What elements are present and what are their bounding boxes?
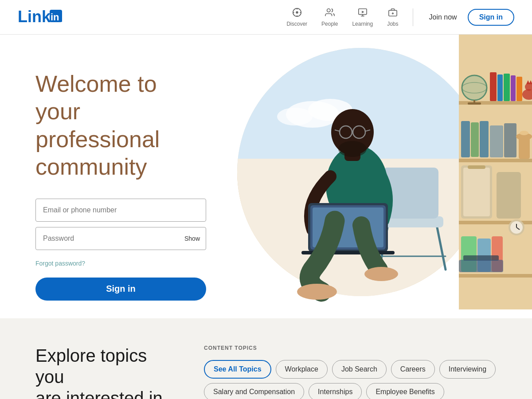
svg-rect-61 [516, 77, 522, 101]
svg-point-22 [277, 108, 313, 125]
topic-pill-careers[interactable]: Careers [391, 360, 435, 379]
hero-left: Welcome to your professional community S… [0, 35, 224, 318]
people-icon [325, 8, 335, 20]
topics-grid: See All TopicsWorkplaceJob SearchCareers… [204, 360, 497, 399]
svg-rect-51 [459, 274, 532, 278]
svg-rect-67 [471, 122, 479, 157]
hero-title: Welcome to your professional community [35, 70, 206, 181]
svg-rect-59 [504, 74, 510, 101]
people-label: People [321, 21, 338, 27]
email-field-group [35, 199, 206, 222]
learning-label: Learning [352, 21, 373, 27]
svg-point-40 [364, 267, 398, 281]
svg-point-41 [338, 141, 367, 157]
password-field-group: Show [35, 227, 206, 250]
svg-rect-76 [468, 165, 485, 169]
svg-point-39 [297, 284, 337, 300]
learning-icon [358, 8, 368, 20]
hero-illustration [224, 35, 532, 309]
topic-pill-internships[interactable]: Internships [309, 383, 362, 399]
topic-pill-workplace[interactable]: Workplace [276, 360, 328, 379]
nav-item-learning[interactable]: Learning [347, 5, 378, 30]
svg-point-73 [520, 131, 528, 135]
topic-pill-job-search[interactable]: Job Search [332, 360, 387, 379]
svg-rect-77 [497, 172, 521, 219]
topic-pill-interviewing[interactable]: Interviewing [439, 360, 496, 379]
svg-rect-66 [461, 121, 470, 157]
nav-divider [413, 8, 413, 26]
svg-rect-70 [504, 123, 516, 157]
explore-section: Explore topics you are interested in CON… [0, 318, 532, 399]
topic-pill-see-all[interactable]: See All Topics [204, 360, 271, 379]
header: Linked in Discover People Learning [0, 0, 532, 35]
svg-rect-56 [468, 102, 481, 105]
svg-rect-75 [463, 168, 490, 216]
email-input[interactable] [35, 199, 206, 222]
jobs-label: Jobs [387, 21, 398, 27]
svg-rect-60 [511, 75, 516, 101]
password-wrapper: Show [35, 227, 206, 250]
svg-point-4 [296, 11, 298, 14]
header-signin-button[interactable]: Sign in [468, 9, 514, 26]
nav-item-discover[interactable]: Discover [281, 5, 313, 30]
svg-rect-57 [490, 72, 497, 101]
svg-rect-68 [480, 121, 489, 157]
svg-marker-11 [362, 11, 364, 13]
password-input[interactable] [35, 227, 206, 250]
signin-button[interactable]: Sign in [35, 278, 206, 301]
hero-section: Welcome to your professional community S… [0, 35, 532, 318]
join-now-button[interactable]: Join now [422, 10, 464, 25]
topic-pill-employee-benefits[interactable]: Employee Benefits [366, 383, 444, 399]
svg-rect-58 [497, 74, 503, 101]
explore-inner: Explore topics you are interested in CON… [35, 345, 497, 399]
jobs-icon [388, 8, 398, 20]
logo[interactable]: Linked in [18, 8, 62, 27]
content-topics-label: CONTENT TOPICS [204, 345, 497, 351]
nav-item-people[interactable]: People [316, 5, 343, 30]
topic-pill-salary[interactable]: Salary and Compensation [204, 383, 304, 399]
main-nav: Discover People Learning Jobs Join now S… [281, 5, 514, 30]
discover-icon [292, 8, 302, 20]
topics-section: CONTENT TOPICS See All TopicsWorkplaceJo… [204, 345, 497, 399]
svg-point-53 [462, 75, 487, 100]
discover-label: Discover [286, 21, 307, 27]
svg-rect-49 [459, 159, 532, 162]
explore-title: Explore topics you are interested in [35, 345, 168, 399]
svg-rect-86 [459, 260, 503, 272]
nav-item-jobs[interactable]: Jobs [382, 5, 403, 30]
forgot-password-link[interactable]: Forgot password? [35, 260, 85, 267]
svg-text:in: in [51, 12, 59, 23]
show-password-button[interactable]: Show [184, 235, 200, 242]
svg-point-9 [327, 8, 330, 12]
svg-rect-69 [490, 125, 503, 157]
